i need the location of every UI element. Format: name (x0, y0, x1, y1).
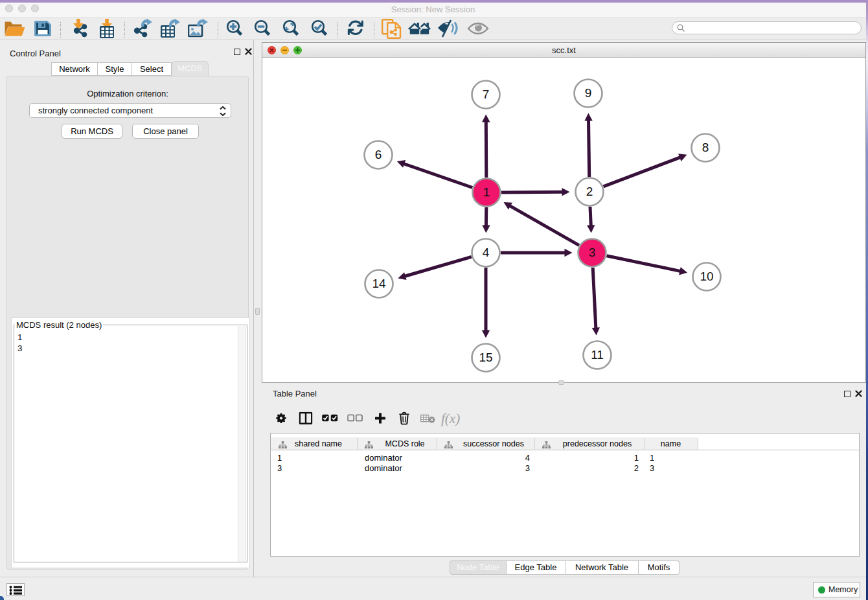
svg-text:1: 1 (483, 185, 490, 199)
svg-text:7: 7 (483, 87, 490, 101)
svg-text:10: 10 (700, 270, 713, 283)
svg-text:14: 14 (372, 277, 386, 290)
svg-text:15: 15 (479, 351, 492, 364)
svg-text:11: 11 (591, 348, 604, 362)
svg-text:8: 8 (702, 141, 709, 154)
svg-text:3: 3 (589, 246, 596, 259)
svg-text:6: 6 (375, 148, 382, 161)
svg-text:2: 2 (586, 185, 593, 198)
svg-text:4: 4 (483, 246, 490, 259)
svg-text:9: 9 (585, 86, 592, 100)
